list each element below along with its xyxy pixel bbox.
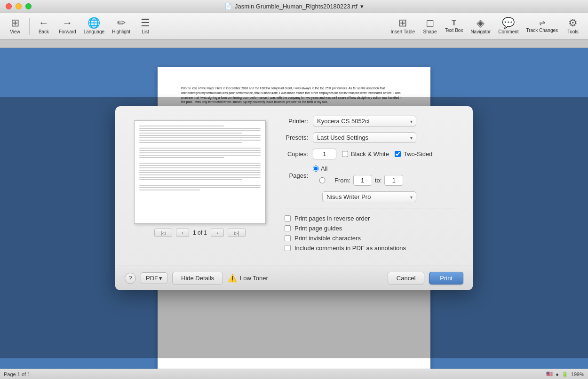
- preview-line: [139, 130, 261, 131]
- pages-from-input[interactable]: [353, 175, 372, 186]
- toolbar-label-track-changes: Track Changes: [526, 28, 558, 33]
- cancel-button[interactable]: Cancel: [388, 272, 424, 284]
- settings-panel: Printer: Kyocera CS 5052ci ▾ P: [280, 116, 459, 256]
- preview-line: [139, 155, 261, 156]
- prev-page-button[interactable]: ‹: [176, 229, 189, 237]
- next-page-button[interactable]: ›: [211, 229, 224, 237]
- option-invisible-row: Print invisible characters: [280, 235, 459, 242]
- preview-line: [139, 157, 224, 158]
- toolbar-label-navigator: Navigator: [470, 29, 491, 34]
- toolbar-btn-shape[interactable]: ◻ Shape: [420, 15, 440, 38]
- toolbar-btn-text-box[interactable]: T Text Box: [442, 15, 466, 38]
- ruler: [0, 39, 588, 48]
- pages-all-group: All: [313, 165, 327, 172]
- option-reverse-checkbox[interactable]: [285, 215, 291, 221]
- toolbar-btn-forward[interactable]: → Forward: [56, 15, 79, 38]
- pdf-label: PDF: [146, 275, 158, 282]
- print-dialog: |◁ ‹ 1 of 1 › ▷|: [115, 106, 473, 290]
- pdf-button[interactable]: PDF ▾: [141, 272, 167, 284]
- toolbar-label-highlight: Highlight: [112, 29, 130, 34]
- printer-select-wrapper: Kyocera CS 5052ci ▾: [313, 116, 416, 126]
- copies-row: Copies: Black & White Two-Sided: [280, 149, 459, 159]
- black-white-checkbox[interactable]: [342, 151, 348, 157]
- help-button[interactable]: ?: [125, 273, 136, 284]
- toolbar-separator-1: [29, 18, 30, 35]
- software-select-wrapper: Nisus Writer Pro ▾: [322, 191, 416, 202]
- option-reverse-label: Print pages in reverse order: [294, 215, 370, 222]
- presets-control: Last Used Settings ▾: [313, 132, 459, 143]
- toolbar: ⊞ View ← Back → Forward 🌐 Language ✏ Hig…: [0, 13, 588, 39]
- pages-label: Pages:: [280, 172, 313, 179]
- tools-icon: ⚙: [568, 18, 578, 28]
- toolbar-btn-language[interactable]: 🌐 Language: [81, 15, 108, 38]
- close-button[interactable]: [6, 3, 12, 9]
- flag-icon: 🇺🇸: [546, 371, 553, 377]
- pages-from-to: From: to:: [313, 175, 459, 186]
- warning-icon: ⚠️: [228, 274, 237, 283]
- title-dropdown-icon[interactable]: ▾: [360, 3, 364, 10]
- preview-line: [139, 172, 261, 173]
- printer-select[interactable]: Kyocera CS 5052ci: [313, 116, 416, 126]
- toolbar-btn-comment[interactable]: 💬 Comment: [495, 15, 521, 38]
- toolbar-btn-insert-table[interactable]: ⊞ Insert Table: [388, 15, 418, 38]
- preview-line: [139, 152, 261, 153]
- first-page-button[interactable]: |◁: [154, 229, 172, 237]
- copies-control: Black & White Two-Sided: [313, 149, 459, 159]
- toolbar-label-insert-table: Insert Table: [391, 29, 415, 34]
- pages-to-input[interactable]: [384, 175, 403, 186]
- copies-input[interactable]: [313, 149, 336, 159]
- preview-line: [139, 135, 261, 136]
- toolbar-label-shape: Shape: [423, 29, 437, 34]
- toolbar-btn-list[interactable]: ☰ List: [135, 15, 156, 38]
- last-page-icon: ▷|: [234, 230, 239, 236]
- option-guides-checkbox[interactable]: [285, 225, 291, 231]
- toolbar-btn-back[interactable]: ← Back: [33, 15, 54, 38]
- low-toner-label: Low Toner: [240, 275, 268, 282]
- toolbar-label-text-box: Text Box: [445, 28, 463, 33]
- toolbar-label-comment: Comment: [498, 29, 518, 34]
- preview-line: [139, 137, 261, 138]
- pages-range-radio[interactable]: [313, 177, 332, 183]
- comment-icon: 💬: [502, 18, 515, 28]
- toolbar-btn-highlight[interactable]: ✏ Highlight: [109, 15, 133, 38]
- dialog-footer: ? PDF ▾ Hide Details ⚠️ Low Toner Cancel…: [115, 266, 473, 290]
- last-page-button[interactable]: ▷|: [228, 229, 246, 237]
- toolbar-btn-track-changes[interactable]: ⇌ Track Changes: [524, 15, 561, 38]
- presets-row: Presets: Last Used Settings ▾: [280, 132, 459, 143]
- minimize-button[interactable]: [16, 3, 22, 9]
- dialog-overlay: |◁ ‹ 1 of 1 › ▷|: [0, 97, 588, 358]
- black-white-label: Black & White: [351, 150, 389, 158]
- preview-line: [139, 185, 261, 186]
- preview-line: [139, 187, 261, 188]
- option-comments-checkbox[interactable]: [285, 245, 291, 251]
- toolbar-label-language: Language: [84, 29, 105, 34]
- maximize-button[interactable]: [25, 3, 32, 9]
- toolbar-btn-view[interactable]: ⊞ View: [5, 15, 25, 38]
- option-invisible-checkbox[interactable]: [285, 235, 291, 241]
- software-select[interactable]: Nisus Writer Pro: [322, 191, 416, 202]
- presets-select[interactable]: Last Used Settings: [313, 132, 416, 143]
- preview-line: [139, 167, 261, 168]
- pages-options: All: [313, 165, 459, 172]
- printer-control: Kyocera CS 5052ci ▾: [313, 116, 459, 126]
- hide-details-button[interactable]: Hide Details: [172, 272, 223, 284]
- option-comments-label: Include comments in PDF as annotations: [294, 245, 406, 252]
- page-indicator: 1 of 1: [193, 229, 207, 236]
- window-title: 📄 Jasmin Grumble_Human_Rights20180223.rt…: [224, 3, 364, 10]
- pages-all-radio[interactable]: [313, 166, 319, 172]
- preview-line: [139, 177, 261, 178]
- toolbar-btn-tools[interactable]: ⚙ Tools: [563, 15, 583, 38]
- option-comments-row: Include comments in PDF as annotations: [280, 245, 459, 252]
- two-sided-checkbox[interactable]: [395, 151, 401, 157]
- list-icon: ☰: [141, 18, 150, 28]
- toolbar-btn-navigator[interactable]: ◈ Navigator: [468, 15, 493, 38]
- toolbar-label-list: List: [142, 29, 149, 34]
- statusbar-right: 🇺🇸 ● 🔋 199%: [546, 371, 584, 377]
- prev-page-icon: ‹: [182, 230, 183, 236]
- preview-line: [139, 170, 261, 171]
- print-button[interactable]: Print: [429, 272, 463, 284]
- document-icon: 📄: [224, 3, 232, 10]
- preview-line: [139, 142, 242, 143]
- pages-to-label: to:: [375, 177, 381, 184]
- zoom-level: 199%: [571, 371, 584, 377]
